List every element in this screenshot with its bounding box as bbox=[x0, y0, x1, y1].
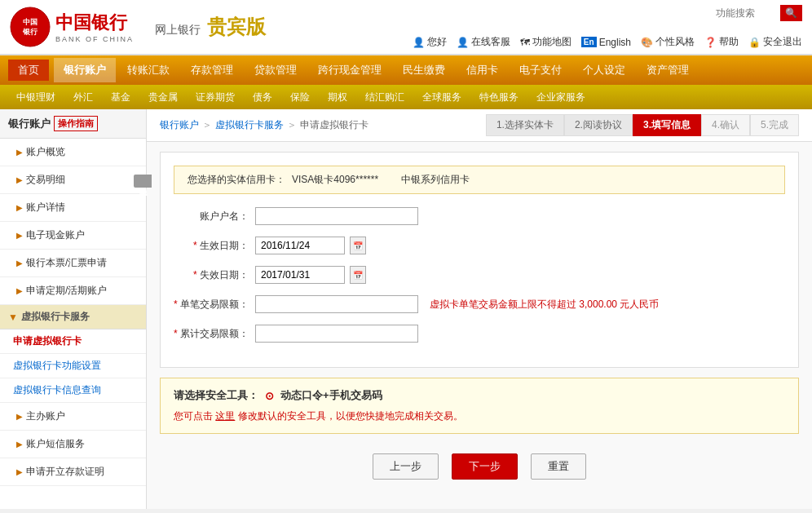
reset-button[interactable]: 重置 bbox=[531, 453, 586, 480]
subnav-exchange[interactable]: 结汇购汇 bbox=[357, 87, 413, 108]
breadcrumb-current: 申请虚拟银行卡 bbox=[300, 118, 368, 132]
search-area: 🔍 bbox=[413, 5, 802, 21]
subnav-precious[interactable]: 贵金属 bbox=[140, 87, 186, 108]
input-account-name[interactable] bbox=[255, 207, 418, 225]
sidebar-item-ecash[interactable]: ▶ 电子现金账户 bbox=[0, 222, 146, 250]
label-start-date: 生效日期： bbox=[174, 239, 255, 253]
nav-personal[interactable]: 个人设定 bbox=[573, 58, 635, 82]
nav-epay[interactable]: 电子支付 bbox=[510, 58, 571, 82]
nav-loan[interactable]: 贷款管理 bbox=[245, 58, 307, 82]
nav-asset[interactable]: 资产管理 bbox=[637, 58, 699, 82]
input-total-limit[interactable] bbox=[255, 325, 418, 343]
sub-nav: 中银理财 外汇 基金 贵金属 证券期货 债务 保险 期权 结汇购汇 全球服务 特… bbox=[0, 85, 812, 109]
user-icon: 👤 bbox=[413, 37, 425, 48]
nav-bank-account[interactable]: 银行账户 bbox=[54, 58, 116, 82]
sidebar-title: 银行账户 bbox=[8, 117, 51, 131]
sidebar-item-transactions[interactable]: ▶ 交易明细 bbox=[0, 166, 146, 194]
breadcrumb-steps-bar: 银行账户 ＞ 虚拟银行卡服务 ＞ 申请虚拟银行卡 1.选择实体卡 2.阅读协议 … bbox=[147, 109, 812, 142]
value-start-date: 📅 bbox=[255, 237, 785, 254]
form-row-end-date: 失效日期： 📅 bbox=[174, 266, 785, 284]
subnav-insurance[interactable]: 保险 bbox=[282, 87, 318, 108]
boc-logo-icon: 中国 银行 bbox=[10, 7, 51, 47]
radio-icon: ⊙ bbox=[265, 390, 274, 402]
nav-cross-bank[interactable]: 跨行现金管理 bbox=[308, 58, 391, 82]
calendar-start-button[interactable]: 📅 bbox=[350, 237, 366, 254]
input-single-limit[interactable] bbox=[255, 295, 418, 313]
home-button[interactable]: 首页 bbox=[8, 60, 49, 81]
style-icon: 🎨 bbox=[641, 37, 653, 48]
input-end-date[interactable] bbox=[255, 266, 345, 284]
style-link[interactable]: 🎨 个性风格 bbox=[641, 35, 695, 49]
breadcrumb-bank-account[interactable]: 银行账户 bbox=[160, 118, 199, 132]
subnav-forex[interactable]: 外汇 bbox=[65, 87, 101, 108]
logo-chinese: 中国银行 bbox=[55, 11, 134, 35]
input-start-date[interactable] bbox=[255, 237, 345, 254]
header-right: 🔍 👤 您好 👤 在线客服 🗺 功能地图 En English 🎨 个性风格 bbox=[413, 0, 802, 54]
map-link[interactable]: 🗺 功能地图 bbox=[520, 35, 571, 49]
svg-point-0 bbox=[11, 7, 50, 46]
nav-deposit[interactable]: 存款管理 bbox=[181, 58, 243, 82]
value-total-limit bbox=[255, 325, 785, 343]
security-hint-link[interactable]: 这里 bbox=[215, 410, 235, 422]
subnav-special[interactable]: 特色服务 bbox=[471, 87, 527, 108]
service-icon: 👤 bbox=[457, 37, 469, 48]
label-single-limit: 单笔交易限额： bbox=[174, 298, 255, 312]
exit-icon: 🔒 bbox=[748, 37, 761, 48]
form-row-single-limit: 单笔交易限额： 虚拟卡单笔交易金额上限不得超过 3,000.00 元人民币 bbox=[174, 295, 785, 313]
subnav-securities[interactable]: 证券期货 bbox=[188, 87, 243, 108]
subnav-debt[interactable]: 债务 bbox=[245, 87, 280, 108]
search-input[interactable] bbox=[712, 5, 777, 21]
hide-menu-tab[interactable]: 隐藏菜单 bbox=[134, 175, 152, 188]
sidebar-item-account-detail[interactable]: ▶ 账户详情 bbox=[0, 194, 146, 222]
sidebar-item-overview[interactable]: ▶ 账户概览 bbox=[0, 139, 146, 166]
help-icon: ❓ bbox=[704, 37, 717, 48]
form-row-start-date: 生效日期： 📅 bbox=[174, 237, 785, 254]
service-link[interactable]: 👤 在线客服 bbox=[457, 35, 510, 49]
value-account-name bbox=[255, 207, 785, 225]
arrow-icon: ▶ bbox=[16, 440, 23, 449]
sidebar-header: 银行账户 操作指南 bbox=[0, 109, 146, 139]
nav-credit[interactable]: 信用卡 bbox=[457, 58, 508, 82]
subnav-entrepreneur[interactable]: 企业家服务 bbox=[528, 87, 594, 108]
sidebar-item-sms[interactable]: ▶ 账户短信服务 bbox=[0, 431, 146, 458]
security-hint: 您可点击 这里 修改默认的安全工具，以便您快捷地完成相关交易。 bbox=[174, 409, 785, 423]
header: 中国 银行 中国银行 BANK OF CHINA 网上银行 贵宾版 🔍 👤 您好… bbox=[0, 0, 812, 55]
selected-card-label: 您选择的实体信用卡： bbox=[188, 173, 285, 187]
prev-button[interactable]: 上一步 bbox=[373, 453, 439, 480]
sidebar-sub-apply[interactable]: 申请虚拟银行卡 bbox=[0, 329, 146, 354]
subnav-boc-wealth[interactable]: 中银理财 bbox=[8, 87, 64, 108]
sidebar-item-open-account[interactable]: ▶ 申请定期/活期账户 bbox=[0, 277, 146, 305]
next-button[interactable]: 下一步 bbox=[452, 453, 518, 480]
arrow-icon: ▶ bbox=[16, 231, 23, 240]
subnav-global[interactable]: 全球服务 bbox=[414, 87, 470, 108]
value-end-date: 📅 bbox=[255, 266, 785, 284]
sidebar-section-virtual[interactable]: ▼ 虚拟银行卡服务 bbox=[0, 305, 146, 329]
selected-card-info: 您选择的实体信用卡： VISA银卡4096****** 中银系列信用卡 bbox=[174, 166, 785, 194]
exit-link[interactable]: 🔒 安全退出 bbox=[748, 35, 802, 49]
search-button[interactable]: 🔍 bbox=[780, 5, 802, 21]
sidebar-item-deposit-cert[interactable]: ▶ 申请开立存款证明 bbox=[0, 458, 146, 486]
calendar-end-button[interactable]: 📅 bbox=[350, 266, 366, 284]
subnav-options[interactable]: 期权 bbox=[320, 87, 355, 108]
map-icon: 🗺 bbox=[520, 37, 530, 48]
sidebar-sub-settings[interactable]: 虚拟银行卡功能设置 bbox=[0, 354, 146, 378]
sidebar-guide-button[interactable]: 操作指南 bbox=[54, 116, 98, 131]
header-links: 👤 您好 👤 在线客服 🗺 功能地图 En English 🎨 个性风格 ❓ bbox=[413, 35, 802, 49]
english-link[interactable]: En English bbox=[581, 37, 631, 48]
label-end-date: 失效日期： bbox=[174, 268, 255, 282]
nav-transfer[interactable]: 转账汇款 bbox=[117, 58, 179, 82]
sidebar-item-bank-draft[interactable]: ▶ 银行本票/汇票申请 bbox=[0, 250, 146, 277]
breadcrumb-virtual-service[interactable]: 虚拟银行卡服务 bbox=[215, 118, 284, 132]
main-nav: 首页 银行账户 转账汇款 存款管理 贷款管理 跨行现金管理 民生缴费 信用卡 电… bbox=[0, 55, 812, 85]
svg-text:中国: 中国 bbox=[23, 18, 38, 26]
greeting-link[interactable]: 👤 您好 bbox=[413, 35, 447, 49]
arrow-icon: ▶ bbox=[16, 467, 23, 476]
step-5: 5.完成 bbox=[750, 114, 799, 136]
step-2: 2.阅读协议 bbox=[564, 114, 633, 136]
vip-label: 贵宾版 bbox=[207, 14, 266, 40]
subnav-fund[interactable]: 基金 bbox=[103, 87, 139, 108]
sidebar-sub-query[interactable]: 虚拟银行卡信息查询 bbox=[0, 378, 146, 403]
help-link[interactable]: ❓ 帮助 bbox=[704, 35, 739, 49]
sidebar-item-main-account[interactable]: ▶ 主办账户 bbox=[0, 403, 146, 431]
nav-civil[interactable]: 民生缴费 bbox=[393, 58, 455, 82]
